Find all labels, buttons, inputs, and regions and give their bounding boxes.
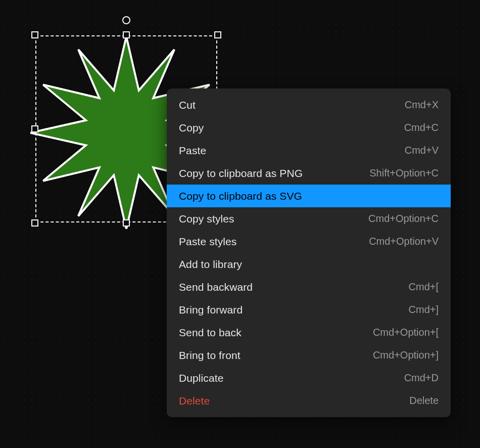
menu-item-label: Paste styles (179, 236, 236, 248)
menu-item-label: Bring to front (179, 349, 241, 362)
menu-item-paste[interactable]: Paste Cmd+V (167, 139, 451, 162)
menu-item-shortcut: Cmd+V (405, 145, 439, 156)
menu-item-shortcut: Cmd+Option+[ (373, 327, 439, 338)
menu-item-label: Delete (179, 395, 210, 407)
resize-handle-top-right[interactable] (214, 31, 221, 38)
menu-item-bring-to-front[interactable]: Bring to front Cmd+Option+] (167, 344, 451, 367)
resize-handle-middle-left[interactable] (31, 125, 38, 132)
menu-item-shortcut: Shift+Option+C (369, 167, 439, 179)
menu-item-cut[interactable]: Cut Cmd+X (167, 94, 451, 116)
menu-item-shortcut: Cmd+[ (409, 281, 439, 293)
menu-item-label: Duplicate (179, 372, 223, 384)
menu-item-label: Add to library (179, 258, 242, 271)
menu-item-label: Cut (179, 99, 196, 111)
rotate-handle[interactable] (122, 16, 130, 24)
menu-item-shortcut: Cmd+C (404, 122, 439, 133)
menu-item-shortcut: Delete (409, 395, 439, 407)
menu-item-label: Bring forward (179, 304, 243, 316)
menu-item-shortcut: Cmd+Option+V (369, 236, 439, 247)
resize-handle-top-left[interactable] (31, 31, 38, 38)
menu-item-copy[interactable]: Copy Cmd+C (167, 116, 451, 139)
resize-handle-bottom-middle[interactable] (123, 219, 130, 227)
menu-item-duplicate[interactable]: Duplicate Cmd+D (167, 367, 451, 389)
context-menu: Cut Cmd+X Copy Cmd+C Paste Cmd+V Copy to… (167, 88, 451, 417)
menu-item-label: Copy styles (179, 213, 234, 225)
menu-item-delete[interactable]: Delete Delete (167, 389, 451, 412)
menu-item-send-backward[interactable]: Send backward Cmd+[ (167, 276, 451, 298)
menu-item-label: Send backward (179, 281, 253, 293)
menu-item-shortcut: Cmd+D (404, 372, 439, 384)
menu-item-copy-svg[interactable]: Copy to clipboard as SVG (167, 185, 451, 207)
menu-item-copy-styles[interactable]: Copy styles Cmd+Option+C (167, 207, 451, 230)
menu-item-paste-styles[interactable]: Paste styles Cmd+Option+V (167, 230, 451, 253)
menu-item-shortcut: Cmd+Option+C (368, 213, 439, 225)
resize-handle-top-middle[interactable] (123, 31, 130, 38)
menu-item-copy-png[interactable]: Copy to clipboard as PNG Shift+Option+C (167, 162, 451, 185)
menu-item-label: Copy to clipboard as PNG (179, 167, 303, 180)
menu-item-shortcut: Cmd+X (405, 99, 439, 111)
menu-item-add-to-library[interactable]: Add to library (167, 253, 451, 276)
resize-handle-bottom-left[interactable] (31, 219, 38, 227)
menu-item-label: Send to back (179, 327, 242, 339)
menu-item-label: Paste (179, 145, 206, 157)
menu-item-shortcut: Cmd+] (409, 304, 439, 316)
menu-item-label: Copy to clipboard as SVG (179, 190, 302, 202)
menu-item-send-to-back[interactable]: Send to back Cmd+Option+[ (167, 321, 451, 344)
menu-item-shortcut: Cmd+Option+] (373, 349, 439, 361)
menu-item-label: Copy (179, 122, 204, 134)
menu-item-bring-forward[interactable]: Bring forward Cmd+] (167, 298, 451, 321)
